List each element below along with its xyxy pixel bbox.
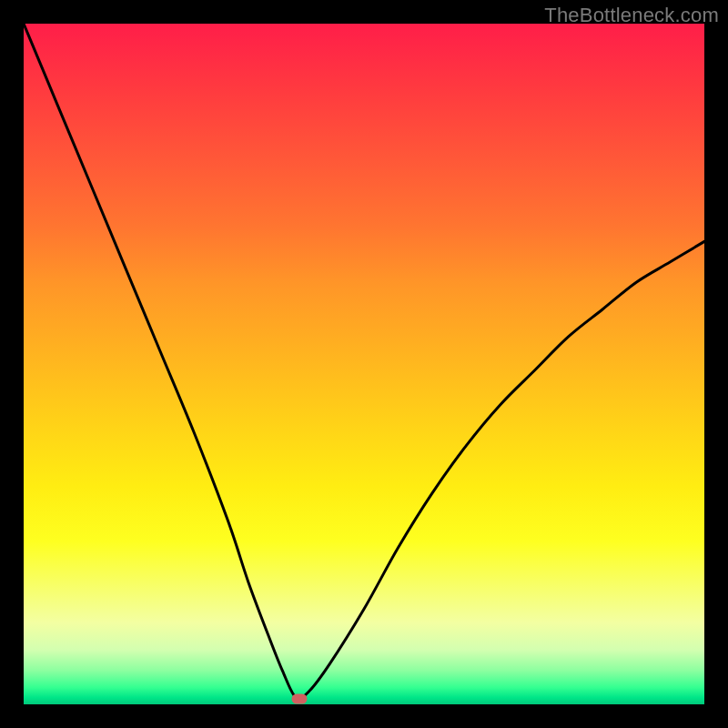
chart-frame: TheBottleneck.com xyxy=(0,0,728,728)
plot-area xyxy=(24,24,704,704)
optimal-point-marker xyxy=(291,694,307,704)
watermark-text: TheBottleneck.com xyxy=(544,4,719,27)
bottleneck-curve xyxy=(24,24,704,704)
